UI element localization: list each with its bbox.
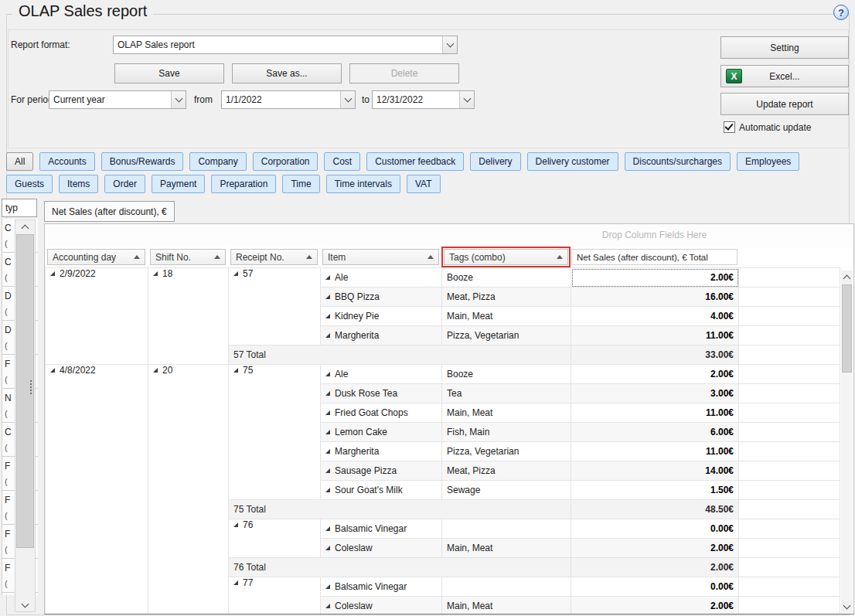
pivot-day-cell[interactable]: 2/9/2022 [46,268,148,365]
pivot-tags-cell[interactable]: Fish, Main [442,423,571,442]
pivot-value-cell[interactable]: 0.00€ [571,577,739,597]
category-tab-time-intervals[interactable]: Time intervals [326,175,400,193]
from-date-dropdown-arrow[interactable] [340,91,355,108]
field-list-header[interactable]: typ [2,199,37,217]
expand-icon[interactable] [325,604,330,608]
pivot-item-cell[interactable]: Sausage Pizza [321,461,442,481]
category-tab-items[interactable]: Items [59,175,98,193]
value-column-header[interactable]: Net Sales (after discount), € Total [571,249,737,265]
pivot-value-cell[interactable]: 16.00€ [571,288,739,307]
pivot-item-cell[interactable]: Balsamic Vinegar [321,519,442,539]
panel-splitter-grip[interactable] [29,380,33,394]
field-list-scrollbar[interactable] [15,220,36,612]
pivot-value-cell[interactable]: 11.00€ [571,442,739,461]
pivot-value-cell[interactable]: 2.00€ [571,268,739,288]
update-report-button[interactable]: Update report [720,93,849,115]
pivot-item-cell[interactable]: Lemon Cake [321,423,442,442]
excel-button[interactable]: Excel... [720,65,849,87]
save-as-button[interactable]: Save as... [232,63,342,83]
period-combo[interactable]: Current year [49,90,186,109]
pivot-tags-cell[interactable] [442,519,571,539]
expand-icon[interactable] [153,368,158,373]
automatic-update-checkbox[interactable] [724,121,735,133]
pivot-tags-cell[interactable]: Booze [442,268,571,288]
pivot-tags-cell[interactable]: Main, Meat [442,539,571,558]
report-format-dropdown-arrow[interactable] [442,36,457,53]
expand-icon[interactable] [325,526,330,531]
pivot-shift-cell[interactable]: 20 [148,365,229,615]
category-tab-time[interactable]: Time [282,175,319,193]
category-tab-guests[interactable]: Guests [6,175,53,193]
grid-scroll-up-icon[interactable] [841,271,853,284]
expand-icon[interactable] [50,271,55,276]
pivot-tags-cell[interactable]: Pizza, Vegetarian [442,326,571,345]
pivot-item-cell[interactable]: Margherita [321,326,442,345]
expand-icon[interactable] [325,314,330,318]
pivot-tags-cell[interactable]: Main, Meat [442,403,571,423]
expand-icon[interactable] [325,275,330,280]
pivot-total-value-cell[interactable]: 2.00€ [571,558,739,577]
expand-icon[interactable] [325,294,330,299]
category-tab-bonus-rewards[interactable]: Bonus/Rewards [101,152,184,171]
category-tab-employees[interactable]: Employees [737,152,799,171]
pivot-value-cell[interactable]: 2.00€ [571,539,739,558]
category-tab-corporation[interactable]: Corporation [253,152,318,171]
field-list-scroll-down-icon[interactable] [15,598,35,611]
pivot-tags-cell[interactable]: Main, Meat [442,597,571,615]
column-header-shift-no-[interactable]: Shift No. [150,249,226,265]
pivot-item-cell[interactable]: Fried Goat Chops [321,403,442,423]
period-dropdown-arrow[interactable] [171,91,186,108]
pivot-value-cell[interactable]: 6.00€ [571,423,739,442]
category-tab-delivery-customer[interactable]: Delivery customer [527,152,618,171]
category-tab-cost[interactable]: Cost [324,152,360,171]
pivot-tags-cell[interactable]: Sewage [442,481,571,500]
pivot-item-cell[interactable]: Ale [321,365,442,384]
expand-icon[interactable] [233,271,238,276]
category-tab-preparation[interactable]: Preparation [211,175,276,193]
pivot-value-cell[interactable]: 14.00€ [571,461,739,481]
pivot-tags-cell[interactable]: Tea [442,384,571,403]
expand-icon[interactable] [50,368,55,373]
pivot-value-cell[interactable]: 2.00€ [571,597,739,615]
expand-icon[interactable] [325,449,330,454]
to-date-combo[interactable]: 12/31/2022 [372,90,475,109]
pivot-item-cell[interactable]: Sour Goat's Milk [321,481,442,500]
pivot-value-cell[interactable]: 11.00€ [571,403,739,423]
setting-button[interactable]: Setting [720,36,849,59]
pivot-value-cell[interactable]: 11.00€ [571,326,739,345]
field-list-scroll-up-icon[interactable] [15,220,35,233]
pivot-item-cell[interactable]: Balsamic Vinegar [321,577,442,597]
column-header-accounting-day[interactable]: Accounting day [47,249,145,265]
column-header-receipt-no-[interactable]: Receipt No. [230,249,318,265]
pivot-value-cell[interactable]: 0.00€ [571,519,739,539]
category-tab-vat[interactable]: VAT [407,175,441,193]
expand-icon[interactable] [233,522,238,527]
category-tab-delivery[interactable]: Delivery [470,152,520,171]
column-fields-drop-zone[interactable]: Drop Column Fields Here [45,224,853,247]
expand-icon[interactable] [325,333,330,338]
expand-icon[interactable] [325,372,330,376]
category-tab-discounts-surcharges[interactable]: Discounts/surcharges [625,152,731,171]
pivot-value-cell[interactable]: 3.00€ [571,384,739,403]
pivot-item-cell[interactable]: Coleslaw [321,539,442,558]
expand-icon[interactable] [233,368,238,373]
report-format-combo[interactable]: OLAP Sales report [113,36,458,54]
pivot-item-cell[interactable]: Kidney Pie [321,307,442,326]
from-date-combo[interactable]: 1/1/2022 [221,90,356,109]
pivot-item-cell[interactable]: BBQ Pizza [321,288,442,307]
save-button[interactable]: Save [114,63,224,83]
expand-icon[interactable] [325,584,330,589]
pivot-tags-cell[interactable]: Booze [442,365,571,384]
category-tab-customer-feedback[interactable]: Customer feedback [366,152,464,171]
pivot-tags-cell[interactable]: Main, Meat [442,307,571,326]
pivot-receipt-cell[interactable]: 57 [229,268,321,345]
category-tab-accounts[interactable]: Accounts [39,152,94,171]
column-header-tags-combo-[interactable]: Tags (combo) [444,249,568,265]
expand-icon[interactable] [153,271,158,276]
pivot-receipt-cell[interactable]: 77 [229,577,321,615]
expand-icon[interactable] [233,580,238,585]
grid-scroll-down-icon[interactable] [841,600,853,613]
pivot-value-cell[interactable]: 2.00€ [571,365,739,384]
category-tab-order[interactable]: Order [104,175,145,193]
pivot-item-cell[interactable]: Ale [321,268,442,288]
